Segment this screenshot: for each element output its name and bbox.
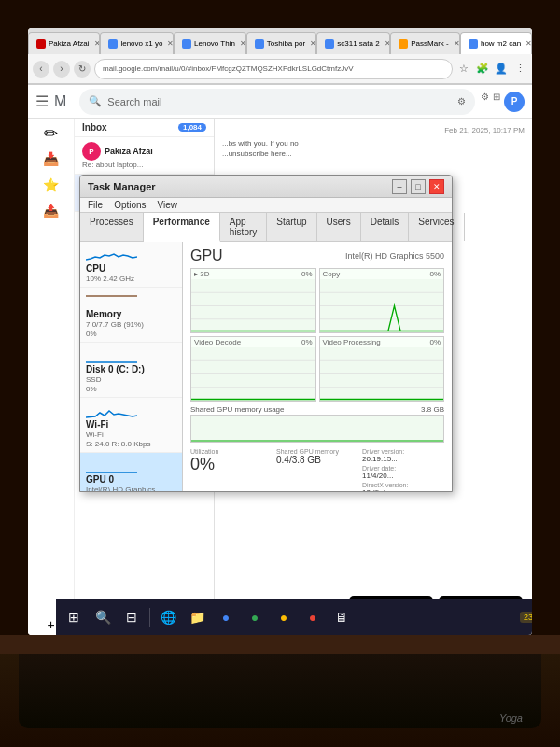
tm-minimize-button[interactable]: – (392, 179, 407, 194)
browser-tab-1[interactable]: Pakiza Afzai ✕ (28, 32, 100, 54)
tab-favicon-3 (182, 39, 191, 49)
back-button[interactable]: ‹ (33, 61, 49, 78)
tab-close-3[interactable]: ✕ (240, 39, 246, 48)
tm-chart-3d-area (191, 279, 315, 332)
reload-button[interactable]: ↻ (74, 61, 91, 78)
gmail-apps-icon[interactable]: ⊞ (493, 92, 500, 112)
tab-favicon-2 (108, 39, 118, 49)
tm-driverd-label: Driver date: (362, 465, 444, 472)
gmail-settings-icon[interactable]: ⚙ (481, 92, 489, 112)
tm-dx-label: DirectX version: (362, 482, 444, 488)
chrome-button-4[interactable]: ● (300, 604, 326, 630)
address-text: mail.google.com/mail/u/0/#inbox/FMfcgzQZ… (103, 64, 354, 73)
tm-tab-apphistory[interactable]: App history (220, 213, 267, 241)
taskbar-separator-1 (149, 608, 150, 627)
email-body-text: ...bs with you. If you no...unsubscribe … (222, 138, 525, 159)
extension-icon[interactable]: 🧩 (475, 62, 490, 77)
tm-stat-utilization: Utilization 0% (190, 448, 273, 491)
taskbar: ⊞ 🔍 ⊟ 🌐 📁 ● ● ● ● 🖥 23°C S (56, 599, 532, 635)
toolbar-icons: ☆ 🧩 👤 ⋮ (456, 62, 527, 77)
chrome-button-1[interactable]: ● (213, 604, 239, 630)
laptop-screen: Pakiza Afzai ✕ lenovo x1 yo ✕ Lenovo Thi… (28, 28, 532, 635)
file-explorer-button[interactable]: 📁 (184, 604, 210, 630)
nav-starred[interactable]: ⭐ (39, 174, 63, 196)
filter-icon[interactable]: ⚙ (457, 96, 466, 106)
tm-resource-disk[interactable]: Disk 0 (C: D:) SSD 0% (80, 343, 182, 398)
tm-menu-file[interactable]: File (88, 200, 103, 210)
tm-tab-services[interactable]: Services (409, 213, 464, 241)
tm-shared-gpu-section: Shared GPU memory usage 3.8 GB (190, 405, 444, 443)
tm-titlebar: Task Manager – □ ✕ (80, 176, 452, 198)
tm-menu-options[interactable]: Options (114, 200, 146, 210)
tm-chart-copy-label: Copy0% (320, 269, 444, 279)
address-bar[interactable]: mail.google.com/mail/u/0/#inbox/FMfcgzQZ… (94, 59, 453, 79)
tm-tab-details[interactable]: Details (361, 213, 410, 241)
browser-tab-5[interactable]: sc311 sata 2 ✕ (316, 32, 390, 54)
tm-resource-memory[interactable]: Memory 7.0/7.7 GB (91%) 0% (80, 288, 182, 343)
gmail-search-box[interactable]: 🔍 Search mail ⚙ (79, 89, 475, 115)
tab-close-5[interactable]: ✕ (385, 39, 391, 48)
tm-maximize-button[interactable]: □ (411, 179, 426, 194)
tm-chart-copy: Copy0% (319, 268, 445, 333)
tm-close-button[interactable]: ✕ (429, 179, 444, 194)
nav-inbox[interactable]: 📥 (39, 148, 63, 170)
forward-button[interactable]: › (53, 61, 70, 78)
tab-close-7[interactable]: ✕ (525, 39, 532, 48)
tab-favicon-6 (399, 39, 408, 49)
other-app-button[interactable]: 🖥 (329, 604, 355, 630)
edge-button[interactable]: 🌐 (155, 604, 181, 630)
chrome-button-2[interactable]: ● (242, 604, 268, 630)
tm-tabs: Processes Performance App history Startu… (80, 213, 452, 242)
tm-tab-startup[interactable]: Startup (267, 213, 316, 241)
browser-tab-6[interactable]: PassMark - ✕ (390, 32, 460, 54)
browser-tab-4[interactable]: Toshiba por ✕ (246, 32, 317, 54)
tab-close-1[interactable]: ✕ (94, 39, 101, 48)
tab-close-6[interactable]: ✕ (454, 39, 460, 48)
tm-tab-users[interactable]: Users (317, 213, 361, 241)
tm-disk-pct: 0% (86, 385, 176, 393)
user-avatar[interactable]: P (504, 92, 525, 112)
tab-label-5: sc311 sata 2 (337, 39, 379, 48)
email-avatar-1: P (82, 142, 101, 161)
inbox-label: Inbox 1,084 (75, 119, 214, 137)
browser-tab-3[interactable]: Lenovo Thin ✕ (174, 32, 246, 54)
browser-tabs: Pakiza Afzai ✕ lenovo x1 yo ✕ Lenovo Thi… (28, 28, 532, 54)
tab-label-2: lenovo x1 yo (120, 39, 162, 48)
tm-menu-view[interactable]: View (158, 200, 178, 210)
start-button[interactable]: ⊞ (61, 604, 87, 630)
tm-chart-videodecode-label: Video Decode0% (191, 337, 315, 347)
browser-tab-2[interactable]: lenovo x1 yo ✕ (100, 32, 174, 54)
tm-body: CPU 10% 2.42 GHz Memory 7.0/7.7 GB (91%)… (80, 242, 452, 491)
tm-shmem-label: Shared GPU memory (276, 448, 358, 455)
tm-chart-3d: ▸ 3D0% (190, 268, 316, 333)
nav-sent[interactable]: 📤 (39, 200, 63, 222)
tab-close-4[interactable]: ✕ (310, 39, 316, 48)
tm-resource-wifi[interactable]: Wi-Fi Wi-Fi S: 24.0 R: 8.0 Kbps (80, 398, 182, 453)
tm-gpu-model-text: Intel(R) HD Graphics 5500 (345, 251, 444, 261)
tm-tab-performance[interactable]: Performance (144, 213, 220, 242)
yoga-brand-label: Yoga (499, 712, 523, 724)
task-view-button[interactable]: ⊟ (119, 604, 145, 630)
tm-chart-3d-label: ▸ 3D0% (191, 269, 315, 279)
menu-icon[interactable]: ⋮ (512, 62, 527, 77)
tm-shmem-value: 0.4/3.8 GB (276, 455, 358, 465)
tm-gpu-sub: Intel(R) HD Graphics... (86, 486, 176, 491)
tm-driverv-value: 20.19.15... (362, 455, 444, 463)
tm-tab-processes[interactable]: Processes (80, 213, 144, 241)
tab-close-2[interactable]: ✕ (167, 39, 174, 48)
compose-button[interactable]: ✏ (44, 123, 58, 144)
search-button[interactable]: 🔍 (90, 604, 116, 630)
tm-resource-cpu[interactable]: CPU 10% 2.42 GHz (80, 242, 182, 288)
gmail-nav-sidebar: ✏ 📥 ⭐ 📤 + (28, 119, 75, 635)
chrome-button-3[interactable]: ● (271, 604, 297, 630)
profile-icon[interactable]: 👤 (494, 62, 509, 77)
tm-resource-gpu[interactable]: GPU 0 Intel(R) HD Graphics... 0% (80, 453, 182, 491)
bookmark-icon[interactable]: ☆ (456, 62, 471, 77)
email-item-1[interactable]: P Pakiza Afzai Re: about laptop... (75, 137, 214, 175)
tab-label-4: Toshiba por (267, 39, 305, 48)
tab-favicon-4 (255, 39, 264, 49)
tm-chart-copy-area (320, 279, 444, 332)
browser-tab-7[interactable]: how m2 can ✕ (460, 32, 532, 54)
tm-charts-grid: ▸ 3D0% (190, 268, 444, 402)
hamburger-menu[interactable]: ☰ (35, 92, 49, 110)
